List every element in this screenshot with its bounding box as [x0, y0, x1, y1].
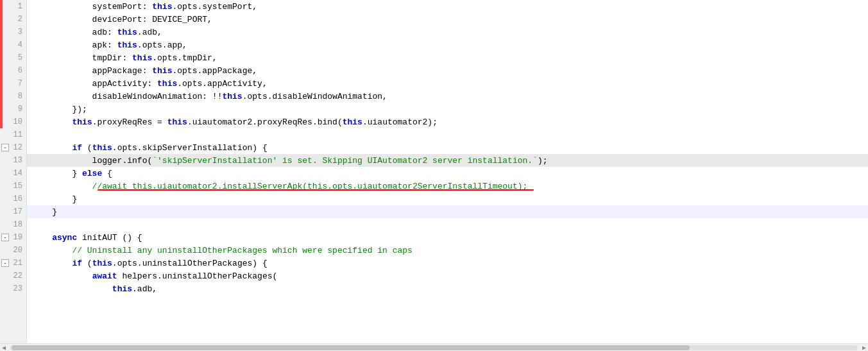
code-line-19: async initAUT () { — [27, 231, 868, 244]
line-num-9: 9 — [0, 103, 26, 116]
line-num-16: 16 — [0, 193, 26, 205]
code-text: helpers.uninstallOtherPackages( — [117, 271, 278, 281]
code-content-area: systemPort: this.opts.systemPort, device… — [27, 0, 868, 351]
keyword-this: this — [343, 117, 362, 127]
code-line-13: logger.info(`'skipServerInstallation' is… — [27, 154, 868, 167]
code-text: .opts.skipServerInstallation) { — [112, 143, 268, 153]
keyword-this: this — [112, 284, 132, 294]
code-text: tmpDir: — [32, 53, 132, 63]
keyword-this: this — [92, 143, 112, 153]
fold-icon-21[interactable]: - — [1, 259, 9, 267]
code-line-6: appPackage: this.opts.appPackage, — [27, 64, 868, 77]
comment-text: // Uninstall any uninstallOtherPackages … — [32, 246, 413, 255]
code-text: disableWindowAnimation: !! — [32, 92, 222, 101]
scrollbar-thumb-h[interactable] — [27, 345, 690, 350]
line-gutter: 1 2 3 4 5 6 7 8 9 10 11 - 12 13 14 15 16… — [0, 0, 27, 351]
code-line-7: appActivity: this.opts.appActivity, — [27, 77, 868, 90]
code-text: .opts.uninstallOtherPackages) { — [112, 259, 268, 268]
keyword-this: this — [117, 40, 137, 50]
template-string: `'skipServerInstallation' is set. Skippi… — [152, 156, 538, 166]
code-text: .adb, — [137, 28, 162, 37]
keyword-if2: if — [72, 259, 82, 268]
code-line-20: // Uninstall any uninstallOtherPackages … — [27, 244, 868, 257]
code-text: .opts.tmpDir, — [152, 53, 217, 63]
code-line-17: } — [27, 205, 868, 218]
code-text: initAUT () { — [77, 233, 142, 243]
line-num-22: 22 — [0, 270, 26, 282]
code-text — [32, 143, 72, 153]
code-line-23: this.adb, — [27, 282, 868, 295]
code-line-21: if (this.opts.uninstallOtherPackages) { — [27, 257, 868, 270]
line-num-8: 8 — [0, 90, 26, 103]
keyword-this: this — [152, 2, 172, 12]
line-num-7: 7 — [0, 77, 26, 90]
line-num-23: 23 — [0, 282, 26, 295]
code-text — [32, 130, 37, 140]
line-num-20: 20 — [0, 244, 26, 257]
line-num-14: 14 — [0, 167, 26, 180]
keyword-async: async — [52, 233, 77, 243]
keyword-this: this — [167, 117, 187, 127]
line-num-6: 6 — [0, 64, 26, 77]
keyword-this: this — [157, 79, 177, 89]
code-line-5: tmpDir: this.opts.tmpDir, — [27, 51, 868, 64]
code-line-10: this.proxyReqRes = this.uiautomator2.pro… — [27, 116, 868, 128]
keyword-this: this — [117, 28, 137, 37]
code-text: { — [102, 169, 112, 178]
scroll-right-arrow[interactable]: ▶ — [860, 344, 868, 352]
code-text: .proxyReqRes = — [92, 117, 167, 127]
fold-icon-19[interactable]: - — [1, 234, 9, 241]
line-num-10: 10 — [0, 116, 26, 128]
line-num-17: 17 — [0, 205, 26, 218]
code-text: } — [32, 207, 57, 217]
code-line-4: apk: this.opts.app, — [27, 39, 868, 51]
code-text: } — [32, 194, 77, 204]
code-text: .adb, — [132, 284, 157, 294]
code-text — [32, 259, 72, 268]
keyword-this: this — [132, 53, 152, 63]
line-num-5: 5 — [0, 51, 26, 64]
keyword-if: if — [72, 143, 82, 153]
code-text: ( — [82, 143, 92, 153]
line-num-15: 15 — [0, 180, 26, 193]
code-lines-container: systemPort: this.opts.systemPort, device… — [27, 0, 868, 295]
keyword-this: this — [222, 92, 242, 101]
code-text: devicePort: DEVICE_PORT, — [32, 15, 212, 24]
line-num-21: - 21 — [0, 257, 26, 270]
code-line-8: disableWindowAnimation: !!this.opts.disa… — [27, 90, 868, 103]
code-text: .opts.appPackage, — [172, 66, 257, 76]
code-line-3: adb: this.adb, — [27, 26, 868, 39]
code-text: .opts.appActivity, — [177, 79, 267, 89]
code-line-16: } — [27, 193, 868, 205]
code-text: .opts.disableWindowAnimation, — [243, 92, 387, 101]
fold-icon-12[interactable]: - — [1, 144, 9, 151]
code-text — [32, 271, 92, 281]
line-num-13: 13 — [0, 154, 26, 167]
code-text: logger.info( — [32, 156, 152, 166]
red-strikethrough — [98, 189, 534, 191]
code-line-2: devicePort: DEVICE_PORT, — [27, 13, 868, 26]
horizontal-scrollbar[interactable]: ◀ ▶ — [27, 343, 868, 351]
keyword-this: this — [92, 259, 112, 268]
code-line-22: await helpers.uninstallOtherPackages( — [27, 270, 868, 282]
code-text: appActivity: — [32, 79, 157, 89]
code-line-11 — [27, 128, 868, 141]
code-text: apk: — [32, 40, 117, 50]
code-text: }); — [32, 105, 87, 114]
line-num-3: 3 — [0, 26, 26, 39]
line-num-4: 4 — [0, 39, 26, 51]
code-text — [32, 220, 37, 230]
line-num-12: - 12 — [0, 141, 26, 154]
code-line-9: }); — [27, 103, 868, 116]
code-text: ); — [538, 156, 548, 166]
code-text: .opts.app, — [137, 40, 187, 50]
keyword-await: await — [92, 271, 117, 281]
code-text: ( — [82, 259, 92, 268]
code-text — [32, 233, 52, 243]
line-num-18: 18 — [0, 218, 26, 231]
keyword-this: this — [152, 66, 172, 76]
code-text: .opts.systemPort, — [172, 2, 257, 12]
keyword-else: else — [82, 169, 102, 178]
code-text: } — [32, 169, 82, 178]
code-text: systemPort: — [32, 2, 152, 12]
